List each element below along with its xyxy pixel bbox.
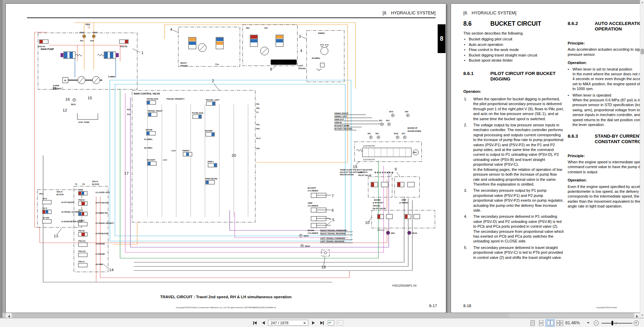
svg-text:BUCKET DIGGING: BUCKET DIGGING [334,128,352,130]
svg-text:RIGHT TRAVEL FORWARD: RIGHT TRAVEL FORWARD [320,229,347,231]
scroll-up-icon[interactable]: ▲ [640,0,644,5]
scroll-left-icon[interactable] [6,313,12,318]
svg-text:A6 BOOM3: A6 BOOM3 [95,243,105,245]
bullet-icon: • [464,48,465,52]
section-title-text: BUCKET CIRCUIT [490,20,541,27]
sidebar-splitter[interactable] [0,0,2,318]
svg-text:PSV-C: PSV-C [78,219,85,222]
chevron-down-icon [303,323,306,324]
two-page-continuous-icon [556,320,563,326]
zoom-out-button[interactable]: − [593,318,600,327]
svg-text:MAIN PUMP: MAIN PUMP [41,48,54,50]
svg-text:5: 5 [332,218,334,222]
svg-text:9: 9 [395,167,397,171]
svg-text:CYLINDER: CYLINDER [308,205,318,207]
svg-text:BOOM2: BOOM2 [205,130,213,132]
scroll-right-icon[interactable] [634,313,640,318]
svg-text:ARM IN: ARM IN [334,122,342,124]
zoom-menu-button[interactable] [586,318,591,327]
svg-text:LEFT TRAVEL FORWARD: LEFT TRAVEL FORWARD [320,237,345,239]
check-valve-18 [321,250,330,256]
page-number-value: 247 / 1878 [271,321,288,325]
svg-text:PSV: PSV [86,23,90,26]
svg-text:& SWING: & SWING [399,202,409,204]
svg-text:SE8: SE8 [405,111,408,113]
continuous-layout-button[interactable] [538,318,544,327]
vertical-scroll-thumb[interactable] [641,49,644,54]
svg-text:SE22: SE22 [79,32,85,34]
next-page-button[interactable] [311,318,316,327]
scroll-down-icon[interactable]: ▼ [640,313,644,318]
section-heading-863: 8.6.3 STAND-BY CURRENT CONSTANT CONTRO [568,134,644,150]
svg-text:SE2: SE2 [375,133,379,135]
svg-text:PH2: PH2 [90,40,94,42]
first-page-button[interactable] [251,318,259,327]
arm-cylinder: ARM CYLINDER [308,202,331,212]
svg-text:P: P [74,99,75,101]
svg-text:SV-3: SV-3 [42,207,47,209]
svg-text:P: P [83,35,85,37]
zoom-slider-track[interactable] [602,323,632,324]
multi-selector-valve: BHL 1 2 3 4 5 6 7 8 1 2 3 4 5 6 7 8 [355,142,422,162]
svg-text:PLc1: PLc1 [256,137,261,139]
kobelco-plate: KOBELCO [271,60,297,65]
numbered-list: 1.When the operation for bucket digging … [464,97,564,261]
psv-p2-valve: PSV-P2 [119,40,128,48]
chevron-down-icon [587,322,590,324]
svg-text:ARM (HEAD): ARM (HEAD) [205,178,217,180]
svg-text:PSV-P1: PSV-P1 [38,46,46,48]
svg-text:BHL: BHL [413,151,417,153]
svg-text:SE9: SE9 [391,232,395,234]
svg-text:③ ④ ② ① ⑦ ⑧ ⑥ ⑤: ③ ④ ② ① ⑦ ⑧ ⑥ ⑤ [374,172,393,174]
zoom-level-value[interactable]: 81.46% [565,318,580,327]
horizontal-scrollbar[interactable] [2,313,640,318]
last-page-button[interactable] [318,318,326,327]
section-title-86: 8.6 BUCKET CIRCUIT [463,20,472,27]
svg-text:7: 7 [332,194,334,198]
svg-text:SE25: SE25 [304,235,309,237]
swing-motor-block: SWING 29.0MPa [307,30,344,82]
two-page-continuous-button[interactable] [556,318,564,327]
svg-text:SOL/V: SOL/V [92,180,98,183]
page-number-input[interactable]: 247 / 1878 [268,320,308,326]
svg-text:MAIN CONTROL VALVE: MAIN CONTROL VALVE [134,92,160,95]
svg-text:PILOT VALVE: PILOT VALVE [358,174,371,176]
horizontal-scroll-thumb[interactable] [13,313,509,317]
pump-symbols: M 114kW /2000min⁻¹ 5.0MPa [53,76,115,89]
svg-text:T1n: T1n [215,63,219,65]
svg-text:ATT.: ATT. [358,172,363,174]
bullet-icon: • [568,93,569,98]
single-page-layout-button[interactable] [529,318,536,327]
svg-text:TRAVEL: TRAVEL [373,205,381,207]
svg-text:PCa: PCa [127,113,130,115]
previous-page-button[interactable] [261,318,266,327]
two-page-layout-button[interactable] [545,319,555,327]
svg-text:SE41: SE41 [389,111,394,113]
svg-text:P: P [93,35,94,37]
next-view-button[interactable]: ↪ [336,318,344,327]
svg-text:SE1: SE1 [368,133,371,135]
svg-text:TRAVEL RIGHT: TRAVEL RIGHT [147,110,163,112]
left-page-header: [8. HYDRAULIC SYSTEM] [383,11,436,15]
svg-text:P: P [409,232,410,234]
bullet-body: In the event where the sensor does not r… [568,72,644,91]
svg-text:ARM OUT: ARM OUT [334,118,344,121]
svg-text:39.7MPa: 39.7MPa [144,147,153,149]
svg-text:12: 12 [63,108,67,112]
svg-text:PAL: PAL [256,103,260,105]
right-page-number: 8-18 [463,304,471,308]
svg-text:SE24: SE24 [305,245,310,247]
svg-text:37.0MPa: 37.0MPa [144,138,153,140]
list-item: 3.The secondary pressure output by P1 pu… [464,188,564,213]
vertical-scrollbar[interactable]: ▲ ▼ [640,0,644,318]
svg-text:PB1: PB1 [246,27,249,29]
svg-text:LEFT TRAVEL REVERSE: LEFT TRAVEL REVERSE [320,240,344,242]
previous-view-button[interactable]: ↩ [327,318,335,327]
zoom-in-button[interactable]: + [633,318,640,327]
svg-text:SWING RIGHT: SWING RIGHT [334,112,348,114]
zoom-slider-handle[interactable] [611,321,613,325]
svg-text:PAC: PAC [39,193,44,195]
svg-text:BUCKET: BUCKET [308,187,316,189]
svg-text:18: 18 [321,265,326,269]
svg-text:ARM: ARM [401,199,406,201]
